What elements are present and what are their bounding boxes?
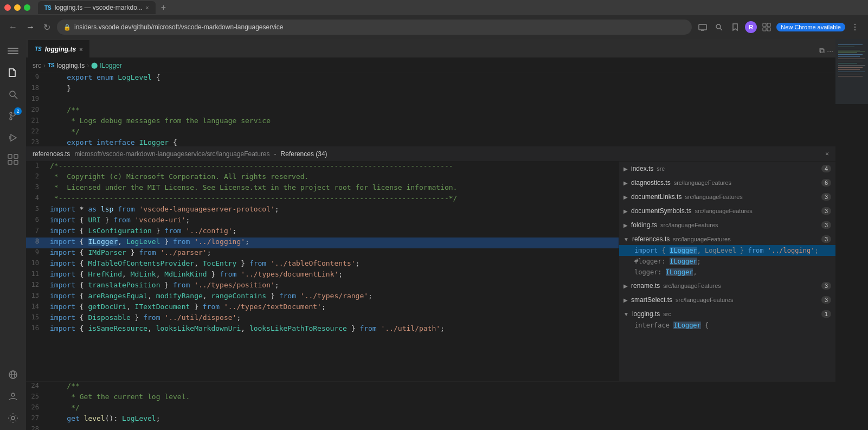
ref-item-2[interactable]: logger: ILogger, xyxy=(619,267,835,278)
activity-explorer-btn[interactable] xyxy=(3,63,23,82)
ref-filename-diagnostics: diagnostics.ts xyxy=(631,179,671,187)
tab-close-icon[interactable]: × xyxy=(79,46,82,53)
ref-path-docsymbols: src/languageFeatures xyxy=(695,208,752,214)
breadcrumb-interface[interactable]: ILogger xyxy=(100,62,122,69)
svg-point-7 xyxy=(854,24,856,25)
ref-group-header-doclinks[interactable]: ▶ documentLinks.ts src/languageFeatures … xyxy=(619,191,835,203)
ref-group-header-references[interactable]: ▼ references.ts src/languageFeatures 3 xyxy=(619,233,835,245)
menu-btn[interactable] xyxy=(848,21,861,34)
ref-item-logging-0[interactable]: interface ILogger { xyxy=(619,320,835,331)
svg-point-16 xyxy=(10,118,12,120)
code-line: 12 import { translatePosition } from '..… xyxy=(26,281,619,292)
code-line: 9 export enum LogLevel { xyxy=(26,73,835,84)
ref-path-references: src/languageFeatures xyxy=(673,236,730,242)
svg-rect-10 xyxy=(8,48,18,49)
url-text: insiders.vscode.dev/github/microsoft/vsc… xyxy=(74,23,284,31)
activity-remote-btn[interactable] xyxy=(3,365,23,384)
ref-group-header-smartselect[interactable]: ▶ smartSelect.ts src/languageFeatures 3 xyxy=(619,294,835,306)
code-line: 2 * Copyright (c) Microsoft Corporation.… xyxy=(26,172,619,183)
breadcrumb-interface-icon: ⬤ xyxy=(91,62,98,69)
ref-group-header-rename[interactable]: ▶ rename.ts src/languageFeatures 3 xyxy=(619,280,835,292)
activity-menu-btn[interactable] xyxy=(3,41,23,61)
code-line: 6 import { URI } from 'vscode-uri'; xyxy=(26,216,619,227)
ref-group-header-docsymbols[interactable]: ▶ documentSymbols.ts src/languageFeature… xyxy=(619,205,835,217)
breadcrumb-src[interactable]: src xyxy=(33,62,41,69)
ref-item-0[interactable]: import { ILogger, LogLevel } from '../lo… xyxy=(619,245,835,256)
ref-path-smartselect: src/languageFeatures xyxy=(676,297,733,303)
traffic-green[interactable] xyxy=(24,4,30,11)
screen-cast-btn[interactable] xyxy=(696,21,709,34)
bookmark-btn[interactable] xyxy=(729,21,742,34)
ref-item-1[interactable]: #logger: ILogger; xyxy=(619,256,835,267)
bottom-code-editor: 24 /** 25 * Get the current log level. 2… xyxy=(26,381,835,430)
expand-arrow-references: ▼ xyxy=(623,236,629,242)
traffic-red[interactable] xyxy=(4,4,11,11)
activity-search-btn[interactable] xyxy=(3,85,23,104)
references-code-panel[interactable]: 1 /*------------------------------------… xyxy=(26,162,619,381)
address-bar[interactable]: 🔒 insiders.vscode.dev/github/microsoft/v… xyxy=(57,20,692,35)
editor-tab-logging[interactable]: TS logging.ts × xyxy=(28,40,89,57)
activity-run-btn[interactable] xyxy=(3,128,23,147)
activity-extensions-btn[interactable] xyxy=(3,150,23,169)
expand-arrow-logging: ▼ xyxy=(623,311,629,317)
ref-filename-rename: rename.ts xyxy=(631,282,660,290)
svg-rect-23 xyxy=(14,161,18,164)
breadcrumb-file[interactable]: logging.ts xyxy=(57,62,85,69)
ref-path-diagnostics: src/languageFeatures xyxy=(674,179,731,186)
profile-avatar[interactable]: R xyxy=(745,21,757,33)
nav-back-btn[interactable]: ← xyxy=(7,20,20,34)
references-list[interactable]: ▶ index.ts src 4 ▶ diagnostics.ts src/la… xyxy=(619,162,835,381)
traffic-yellow[interactable] xyxy=(14,4,21,11)
ref-group-rename: ▶ rename.ts src/languageFeatures 3 xyxy=(619,279,835,293)
ref-group-header-logging[interactable]: ▼ logging.ts src 1 xyxy=(619,308,835,320)
expand-arrow-index: ▶ xyxy=(623,166,628,172)
code-line: 7 import { LsConfiguration } from '../co… xyxy=(26,227,619,238)
tab-close-btn[interactable]: × xyxy=(146,5,149,11)
activity-source-control-btn[interactable]: 2 xyxy=(3,106,23,126)
ref-path-logging: src xyxy=(663,311,671,317)
minimap xyxy=(835,39,868,430)
ref-close-btn[interactable]: × xyxy=(825,150,829,158)
new-chrome-badge[interactable]: New Chrome available xyxy=(776,23,845,31)
ref-count-diagnostics: 6 xyxy=(821,179,831,187)
nav-forward-btn[interactable]: → xyxy=(24,20,37,34)
ref-count-logging: 1 xyxy=(821,310,831,318)
activity-settings-btn[interactable] xyxy=(3,408,23,428)
ref-filename-smartselect: smartSelect.ts xyxy=(631,296,672,304)
browser-nav: ← → ↻ 🔒 insiders.vscode.dev/github/micro… xyxy=(0,15,868,39)
ref-count-folding: 3 xyxy=(821,221,831,229)
ref-group-header-index[interactable]: ▶ index.ts src 4 xyxy=(619,163,835,175)
code-line: 27 get level(): LogLevel; xyxy=(26,414,835,425)
ref-header-dash: - xyxy=(274,150,277,158)
browser-tab-active[interactable]: TS logging.ts — vscode-markdo... × xyxy=(38,1,156,14)
breadcrumb-sep1: › xyxy=(43,62,46,69)
more-actions-btn[interactable]: ··· xyxy=(827,47,833,55)
svg-rect-46 xyxy=(835,39,868,104)
code-line: 23 export interface ILogger { xyxy=(26,138,835,146)
breadcrumb-ts-label: TS xyxy=(48,62,55,68)
vscode-layout: 2 TS logging.ts × ⧉ ··· xyxy=(0,39,868,430)
activity-accounts-btn[interactable] xyxy=(3,387,23,406)
code-line: 15 import { Disposable } from '../util/d… xyxy=(26,313,619,324)
code-line: 20 /** xyxy=(26,106,835,117)
split-editor-btn[interactable]: ⧉ xyxy=(819,46,825,55)
nav-refresh-btn[interactable]: ↻ xyxy=(41,20,53,35)
tab-title: logging.ts — vscode-markdo... xyxy=(55,4,143,11)
ref-group-index: ▶ index.ts src 4 xyxy=(619,162,835,176)
new-tab-btn[interactable]: + xyxy=(158,3,169,12)
titlebar: TS logging.ts — vscode-markdo... × + xyxy=(0,0,868,15)
extensions-btn[interactable] xyxy=(760,21,773,34)
ref-group-header-diagnostics[interactable]: ▶ diagnostics.ts src/languageFeatures 6 xyxy=(619,177,835,189)
code-line: 4 *-------------------------------------… xyxy=(26,194,619,205)
svg-marker-18 xyxy=(11,134,16,141)
zoom-btn[interactable] xyxy=(712,21,725,34)
code-line: 28 xyxy=(26,425,835,430)
ref-group-header-folding[interactable]: ▶ folding.ts src/languageFeatures 3 xyxy=(619,219,835,231)
ref-header-path: microsoft/vscode-markdown-languageservic… xyxy=(74,150,269,158)
editor-tabs: TS logging.ts × ⧉ ··· xyxy=(26,39,835,58)
expand-arrow-doclinks: ▶ xyxy=(623,194,628,200)
expand-arrow-diagnostics: ▶ xyxy=(623,180,628,186)
ref-count-doclinks: 3 xyxy=(821,193,831,201)
ref-group-docsymbols: ▶ documentSymbols.ts src/languageFeature… xyxy=(619,204,835,218)
code-line: 21 * Logs debug messages from the langua… xyxy=(26,117,835,127)
